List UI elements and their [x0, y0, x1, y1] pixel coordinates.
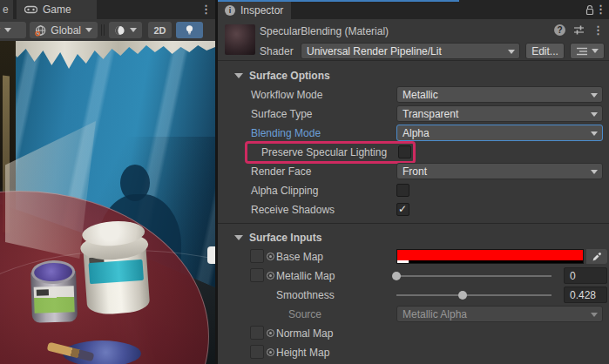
game-tabbar: e Game ⋮: [0, 0, 215, 19]
surface-type-row: Surface Type Transparent: [218, 104, 609, 124]
smoothness-value-field[interactable]: 0.428: [564, 286, 607, 303]
foldout-open-icon: [234, 73, 243, 78]
list-icon: [577, 47, 587, 56]
tab-scene-partial[interactable]: e: [0, 0, 13, 19]
object-picker-icon[interactable]: [267, 348, 274, 356]
shader-edit-button[interactable]: Edit...: [525, 43, 565, 59]
metallic-map-texture-slot[interactable]: [250, 268, 264, 282]
receive-shadows-row: Receive Shadows: [218, 200, 609, 219]
eyedropper-button[interactable]: [586, 249, 607, 264]
alpha-clipping-checkbox[interactable]: [396, 184, 409, 197]
lock-open-icon[interactable]: [585, 4, 595, 16]
scene-viewport[interactable]: [0, 41, 215, 364]
scene-toolbar: ter Global 2D: [0, 19, 215, 41]
slider-knob[interactable]: [392, 272, 401, 280]
object-picker-icon[interactable]: [267, 272, 274, 280]
pivot-center-button[interactable]: ter: [0, 22, 26, 38]
object-picker-icon[interactable]: [267, 329, 274, 337]
blending-mode-row: Blending Mode Alpha: [218, 124, 609, 143]
base-map-color-swatch[interactable]: [396, 249, 584, 264]
surface-options-title: Surface Options: [249, 70, 330, 82]
chevron-down-icon: [592, 49, 599, 53]
metallic-map-row: Metallic Map 0: [218, 266, 609, 286]
shader-properties-button[interactable]: [570, 43, 605, 59]
height-map-texture-slot[interactable]: [250, 345, 264, 359]
workflow-mode-row: Workflow Mode Metallic: [218, 85, 609, 104]
presets-icon[interactable]: [573, 24, 585, 36]
render-face-value: Front: [403, 165, 427, 178]
alpha-clipping-label: Alpha Clipping: [251, 185, 318, 197]
surface-type-dropdown[interactable]: Transparent: [396, 105, 603, 122]
smoothness-row: Smoothness 0.428: [218, 286, 609, 305]
alpha-bar: [397, 260, 583, 263]
slider-track: [396, 275, 551, 277]
mode-2d-label: 2D: [153, 25, 166, 36]
workflow-mode-label: Workflow Mode: [251, 89, 322, 101]
receive-shadows-label: Receive Shadows: [251, 204, 335, 216]
shading-mode-dropdown[interactable]: [109, 22, 142, 38]
metallic-value: 0: [570, 270, 576, 282]
object-picker-icon[interactable]: [267, 253, 274, 260]
material-header: SpecularBlending (Material) ? ⋮ Shader U…: [218, 19, 609, 61]
shader-value: Universal Render Pipeline/Lit: [307, 45, 442, 57]
chevron-down-icon: [591, 112, 598, 117]
metallic-value-field[interactable]: 0: [564, 267, 607, 284]
metallic-map-label: Metallic Map: [276, 270, 335, 282]
base-map-texture-slot[interactable]: [250, 249, 264, 263]
toggle-2d-button[interactable]: 2D: [148, 22, 172, 38]
tab-inspector[interactable]: i Inspector: [218, 2, 291, 19]
foldout-open-icon: [234, 235, 243, 240]
preserve-specular-checkbox[interactable]: [398, 145, 411, 158]
blending-mode-dropdown[interactable]: Alpha: [396, 125, 603, 141]
tab-game[interactable]: Game: [17, 0, 97, 19]
material-menu-kebab-icon[interactable]: ⋮: [592, 24, 604, 36]
source-label: Source: [288, 308, 321, 320]
alpha-fill: [397, 260, 409, 263]
chevron-down-icon: [508, 50, 515, 54]
lightbulb-icon: [185, 24, 194, 36]
eyedropper-icon: [592, 252, 602, 262]
render-face-dropdown[interactable]: Front: [396, 163, 603, 179]
bucket-label: [89, 260, 145, 284]
shader-dropdown[interactable]: Universal Render Pipeline/Lit: [301, 43, 520, 59]
render-face-row: Render Face Front: [218, 162, 609, 181]
source-row: Source Metallic Alpha: [218, 305, 609, 324]
chevron-down-icon: [591, 170, 598, 174]
info-icon: i: [225, 5, 235, 16]
smoothness-value: 0.428: [570, 289, 596, 301]
source-dropdown: Metallic Alpha: [396, 306, 603, 322]
orientation-global-button[interactable]: Global: [30, 22, 98, 38]
chevron-down-icon: [591, 93, 598, 98]
tab-scene-partial-label: e: [3, 3, 9, 16]
scene-lighting-toggle-button[interactable]: [176, 22, 203, 38]
smoothness-slider[interactable]: [396, 286, 551, 305]
shaded-sphere-icon: [114, 24, 125, 37]
surface-inputs-title: Surface Inputs: [249, 232, 321, 244]
metallic-slider[interactable]: [396, 266, 551, 286]
normal-map-texture-slot[interactable]: [250, 326, 264, 340]
game-menu-kebab-icon[interactable]: ⋮: [200, 3, 212, 15]
height-map-row: Height Map: [218, 343, 609, 362]
inspector-menu-kebab-icon[interactable]: ⋮: [595, 3, 606, 15]
surface-inputs-foldout[interactable]: Surface Inputs: [218, 228, 609, 247]
inspector-tabbar: i Inspector ⋮: [218, 0, 609, 19]
preserve-specular-label: Preserve Specular Lighting: [261, 146, 387, 158]
surface-type-value: Transparent: [403, 108, 458, 120]
help-icon[interactable]: ?: [554, 24, 565, 36]
surface-options-foldout[interactable]: Surface Options: [218, 66, 609, 85]
scene-paint-can: [30, 260, 78, 331]
workflow-mode-dropdown[interactable]: Metallic: [396, 86, 603, 103]
orientation-label: Global: [51, 24, 81, 37]
source-value: Metallic Alpha: [403, 308, 467, 320]
game-panel: e Game ⋮ ter Global: [0, 0, 215, 364]
receive-shadows-checkbox[interactable]: [396, 203, 409, 216]
inspector-panel: i Inspector ⋮ SpecularBlending (Material…: [218, 0, 609, 364]
material-preview-thumbnail[interactable]: [225, 24, 255, 55]
slider-knob[interactable]: [458, 291, 467, 300]
slider-track: [396, 294, 551, 296]
surface-type-label: Surface Type: [251, 108, 313, 120]
tab-game-label: Game: [43, 3, 71, 16]
normal-map-label: Normal Map: [276, 327, 333, 340]
preserve-specular-row: Preserve Specular Lighting: [218, 143, 609, 162]
scene-paint-bucket: [78, 217, 153, 319]
